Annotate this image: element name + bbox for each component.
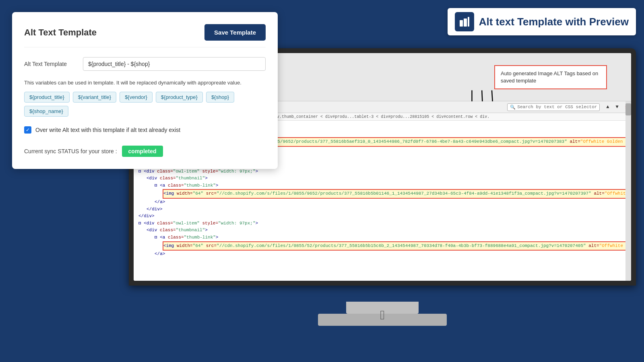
scrollbar-track: [625, 101, 631, 281]
apple-logo-icon: : [380, 308, 385, 323]
variables-description: This variables can be used in template. …: [24, 79, 266, 87]
code-line-18: </a>: [138, 251, 626, 258]
highlight-img-2: <img width="64" src="//cdn.shopify.com/s…: [163, 189, 631, 199]
variable-variant-title[interactable]: ${variant_title}: [73, 92, 116, 103]
variable-vendor[interactable]: ${vendor}: [120, 92, 153, 103]
code-line-8: <div class="thumbnail">: [138, 175, 626, 182]
variable-shop[interactable]: ${shop}: [206, 92, 234, 103]
scroll-down-icon[interactable]: ▼: [616, 104, 619, 110]
panel-header: Alt Text Template Save Template: [24, 24, 266, 47]
code-line-7: ⊟ <div class="owl-item" style="width: 97…: [138, 168, 626, 175]
overwrite-checkbox-row: ✓ Over write Alt text with this template…: [24, 126, 266, 134]
template-input[interactable]: [83, 57, 266, 71]
code-line-9: ⊟ <a class="thumb-link">: [138, 182, 626, 189]
code-line-10-highlight: <img width="64" src="//cdn.shopify.com/s…: [138, 189, 626, 199]
highlight-img-3: <img width="64" src="//cdn.shopify.com/s…: [163, 241, 631, 251]
code-line-15: <div class="thumbnail">: [138, 227, 626, 234]
svg-rect-2: [468, 17, 469, 27]
devtools-search[interactable]: 🔍 Search by text or CSS selector: [507, 103, 600, 111]
save-template-button[interactable]: Save Template: [204, 24, 266, 41]
alt-text-callout: Auto generated Image ALT Tags based on s…: [494, 65, 607, 89]
overwrite-checkbox[interactable]: ✓: [24, 126, 31, 134]
code-line-12: </div>: [138, 206, 626, 213]
search-icon: 🔍: [510, 105, 516, 110]
template-form-row: Alt Text Template: [24, 57, 266, 71]
status-row: Current sync STATUS for your store : com…: [24, 146, 266, 157]
variables-container: ${product_title} ${variant_title} ${vend…: [24, 92, 266, 117]
alt-text-template-panel: Alt Text Template Save Template Alt Text…: [12, 12, 278, 169]
devtools-search-placeholder: Search by text or CSS selector: [517, 105, 597, 109]
variable-product-title[interactable]: ${product_title}: [24, 92, 70, 103]
app-logo-icon: [455, 12, 474, 31]
scroll-up-icon[interactable]: ▲: [606, 104, 609, 110]
status-label: Current sync STATUS for your store :: [24, 148, 117, 154]
overwrite-checkbox-label: Over write Alt text with this template i…: [35, 127, 180, 133]
template-label: Alt Text Template: [24, 61, 76, 67]
app-header: Alt text Template with Preview: [448, 8, 636, 35]
variable-shop-name[interactable]: ${shop_name}: [24, 106, 68, 117]
code-line-13: </div>: [138, 213, 626, 220]
code-line-14: ⊟ <div class="owl-item" style="width: 97…: [138, 220, 626, 227]
code-line-11: </a>: [138, 199, 626, 206]
svg-rect-1: [464, 19, 467, 27]
variable-product-type[interactable]: ${product_type}: [156, 92, 203, 103]
status-badge: completed: [122, 146, 163, 157]
svg-rect-0: [460, 20, 463, 27]
scrollbar-thumb[interactable]: [625, 103, 631, 115]
alt-callout-text: Auto generated Image ALT Tags based on s…: [501, 70, 598, 84]
code-line-16: ⊟ <a class="thumb-link">: [138, 234, 626, 241]
app-title: Alt text Template with Preview: [479, 16, 629, 28]
panel-title: Alt Text Template: [24, 27, 97, 38]
code-line-17-highlight: <img width="64" src="//cdn.shopify.com/s…: [138, 241, 626, 251]
